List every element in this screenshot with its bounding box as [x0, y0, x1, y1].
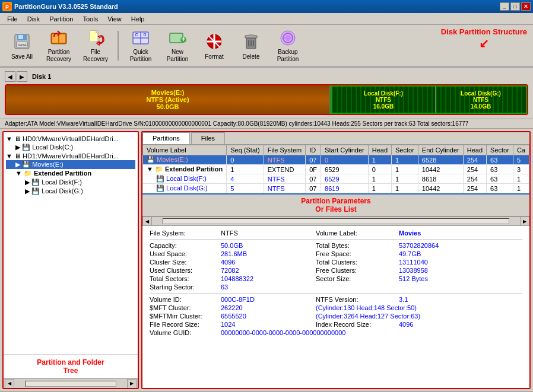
mftmir-cluster-label: $MFTMirr Cluster:: [150, 313, 221, 320]
menu-bar: File Disk Partition Tools View Help: [0, 13, 533, 25]
total-sectors-value: 104888322: [221, 275, 316, 282]
local-c-icon: 💾: [22, 144, 32, 151]
sector-size-label: Sector Size:: [316, 275, 399, 282]
delete-label: Delete: [243, 53, 260, 60]
hd1-label: HD1:VMwareVirtualIDEHardDri...: [23, 152, 119, 160]
scrollbar-left-arrow[interactable]: ◀: [5, 379, 14, 388]
svg-text:P: P: [5, 4, 9, 10]
ntfs-version-label: NTFS Version:: [316, 296, 399, 303]
mftmir-cluster-value: 6555520: [221, 313, 316, 320]
menu-tools[interactable]: Tools: [78, 14, 103, 24]
params-scroll-left[interactable]: ◀: [142, 216, 152, 226]
save-all-button[interactable]: DATA Save All: [5, 28, 39, 63]
partition-g-size: 14.0GB: [471, 103, 491, 110]
volume-id-label: Volume ID:: [150, 296, 221, 303]
cell-label: 💾 Movies(E:): [143, 155, 227, 165]
volume-guid-label: Volume GUID:: [150, 329, 221, 336]
separator-1: [118, 31, 119, 60]
tree-item-extended[interactable]: ▼ 📁 Extended Partition: [6, 169, 135, 178]
mft-cluster-value: 262220: [221, 304, 316, 311]
menu-file[interactable]: File: [2, 14, 23, 24]
tree-item-local-g[interactable]: ▶ 💾 Local Disk(G:): [6, 187, 135, 196]
params-scroll-track[interactable]: [163, 218, 509, 224]
file-recovery-button[interactable]: FileRecovery: [78, 28, 113, 63]
svg-text:C: C: [135, 33, 138, 37]
extended-expand-icon: ▼: [15, 170, 24, 177]
disk-partition-structure-label: Disk Partition Structure ↙: [441, 27, 527, 50]
tree-item-hd0[interactable]: ▼ 🖥 HD0:VMwareVirtualIDEHardDri...: [6, 135, 135, 143]
maximize-button[interactable]: □: [510, 2, 520, 11]
partition-recovery-button[interactable]: PartitionRecovery: [42, 28, 76, 63]
local-g-label: Local Disk(G:): [42, 187, 83, 195]
free-space-label: Free Space:: [316, 250, 399, 257]
col-end-cyl: End Cylinder: [418, 145, 463, 155]
tab-files[interactable]: Files: [191, 132, 225, 144]
tree-content: ▼ 🖥 HD0:VMwareVirtualIDEHardDri... ▶ 💾 L…: [4, 132, 138, 354]
menu-disk[interactable]: Disk: [23, 14, 45, 24]
minimize-button[interactable]: _: [500, 2, 509, 11]
col-end-head: Head: [463, 145, 486, 155]
details-row-fs: File System: NTFS Volume Label: Movies: [150, 230, 522, 237]
index-record-value: 4096: [399, 321, 413, 328]
table-row[interactable]: 💾 Local Disk(F:) 4NTFS076529118618254631: [143, 174, 529, 184]
save-all-icon: DATA: [11, 31, 33, 52]
scrollbar-track[interactable]: [25, 381, 116, 387]
partition-movies[interactable]: Movies(E:) NTFS (Active) 50.0GB: [6, 85, 331, 114]
total-clusters-value: 13111040: [399, 259, 428, 266]
backup-partition-button[interactable]: BackupPartition: [271, 28, 305, 63]
cell-end-sector: 63: [487, 155, 513, 165]
toolbar: DATA Save All PartitionRecovery: [0, 25, 533, 68]
details-area: File System: NTFS Volume Label: Movies C…: [142, 226, 529, 388]
scrollbar-right-arrow[interactable]: ▶: [127, 379, 137, 388]
starting-sector-label: Starting Sector:: [150, 283, 221, 291]
details-row-used-clusters: Used Clusters: 72082 Free Clusters: 1303…: [150, 267, 522, 274]
svg-text:D: D: [143, 33, 146, 37]
total-bytes-label: Total Bytes:: [316, 242, 399, 249]
table-row[interactable]: ▼ 📁 Extended Partition 1EXTEND0F65290110…: [143, 165, 529, 174]
cluster-size-value: 4096: [221, 259, 316, 266]
mftmir-chs-value: (Cylinder:3264 Head:127 Sector:63): [316, 313, 420, 320]
close-button[interactable]: ✕: [521, 2, 531, 11]
file-recovery-label: FileRecovery: [83, 49, 108, 63]
movies-expand-icon: ▶: [15, 161, 22, 168]
params-scroll-right[interactable]: ▶: [520, 216, 529, 226]
tree-item-local-f[interactable]: ▶ 💾 Local Disk(F:): [6, 178, 135, 187]
tree-item-local-c[interactable]: ▶ 💾 Local Disk(C:): [6, 143, 135, 152]
menu-partition[interactable]: Partition: [45, 14, 78, 24]
cell-label: ▼ 📁 Extended Partition: [143, 165, 227, 174]
local-g-icon: 💾: [31, 187, 42, 195]
free-clusters-label: Free Clusters:: [316, 267, 399, 274]
used-clusters-value: 72082: [221, 267, 316, 274]
cell-fs: NTFS: [264, 155, 305, 165]
cell-end-cyl: 6528: [418, 155, 463, 165]
menu-help[interactable]: Help: [126, 14, 150, 24]
delete-button[interactable]: Delete: [234, 28, 268, 63]
backup-partition-icon: [277, 28, 299, 47]
tab-partitions[interactable]: Partitions: [142, 132, 190, 144]
svg-rect-4: [18, 35, 23, 39]
nav-back-button[interactable]: ◀: [5, 71, 15, 82]
tree-item-movies[interactable]: ▶ 💾 Movies(E:): [6, 160, 135, 169]
tree-scrollbar[interactable]: ◀ ▶: [4, 378, 138, 388]
cell-ca: 5: [513, 155, 529, 165]
partition-local-g[interactable]: Local Disk(G:) NTFS 14.0GB: [436, 87, 526, 113]
new-partition-label: NewPartition: [167, 49, 189, 63]
nav-forward-button[interactable]: ▶: [17, 71, 27, 82]
details-row-guid: Volume GUID: 00000000-0000-0000-0000-000…: [150, 329, 522, 336]
params-scrollbar[interactable]: ◀ ▶: [142, 216, 529, 226]
file-recovery-icon: [85, 28, 106, 47]
table-row[interactable]: 💾 Local Disk(G:) 5NTFS078619111044225463…: [143, 184, 529, 193]
partition-recovery-icon: [48, 28, 69, 47]
table-row[interactable]: 💾 Movies(E:) 0 NTFS 07 0 1 1 6528 254 63…: [143, 155, 529, 165]
cell-sector: 1: [392, 155, 418, 165]
partition-local-f[interactable]: Local Disk(F:) NTFS 16.0GB: [332, 87, 436, 113]
partition-f-size: 16.0GB: [373, 103, 394, 110]
format-button[interactable]: Format: [197, 28, 231, 63]
partition-g-name: Local Disk(G:): [461, 90, 501, 97]
cell-start-cyl: 0: [321, 155, 369, 165]
tree-item-hd1[interactable]: ▼ 🖥 HD1:VMwareVirtualIDEHardDri...: [6, 152, 135, 160]
new-partition-button[interactable]: + NewPartition: [160, 28, 195, 63]
quick-partition-button[interactable]: C D QuickPartition: [123, 28, 158, 63]
menu-view[interactable]: View: [103, 14, 126, 24]
svg-rect-35: [286, 35, 290, 41]
